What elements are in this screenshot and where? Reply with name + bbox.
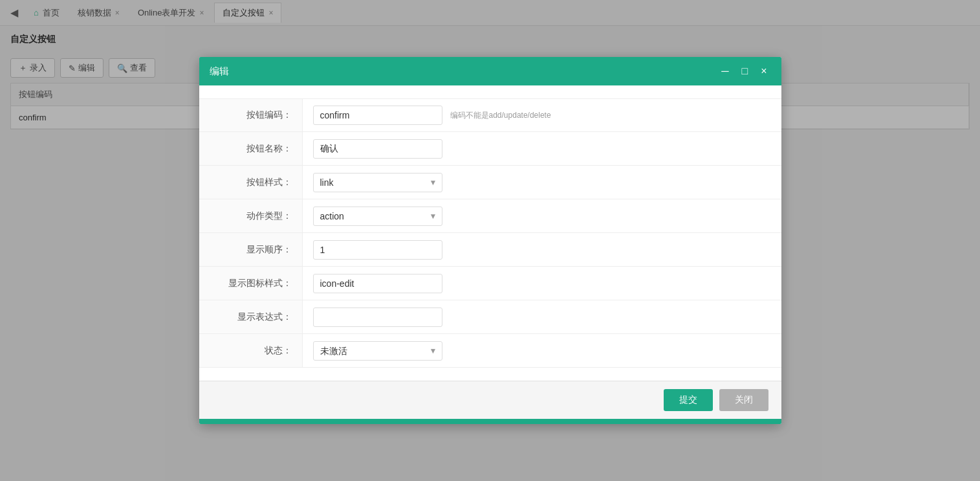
action-field: action js url ▼ bbox=[303, 200, 781, 232]
form-row-name: 按钮名称： bbox=[199, 132, 781, 166]
name-field bbox=[303, 133, 781, 165]
action-select[interactable]: action js url bbox=[313, 207, 442, 226]
modal-minimize-button[interactable]: ─ bbox=[717, 65, 732, 78]
edit-modal: 编辑 ─ □ × 按钮编码： 编码不能是add/update/delete 按钮… bbox=[199, 57, 781, 424]
modal-header-actions: ─ □ × bbox=[717, 65, 770, 78]
form-row-order: 显示顺序： bbox=[199, 233, 781, 267]
status-field: 未激活 激活 ▼ bbox=[303, 335, 781, 367]
form-row-status: 状态： 未激活 激活 ▼ bbox=[199, 334, 781, 368]
style-field: link button primary ▼ bbox=[303, 166, 781, 199]
modal-maximize-button[interactable]: □ bbox=[737, 65, 752, 78]
code-field: 编码不能是add/update/delete bbox=[303, 99, 781, 131]
icon-input[interactable] bbox=[313, 274, 442, 293]
code-label: 按钮编码： bbox=[199, 99, 303, 131]
order-field bbox=[303, 234, 781, 266]
icon-label: 显示图标样式： bbox=[199, 267, 303, 300]
expr-field bbox=[303, 301, 781, 333]
style-select-wrap: link button primary ▼ bbox=[313, 173, 442, 192]
modal-title: 编辑 bbox=[210, 65, 229, 78]
order-label: 显示顺序： bbox=[199, 233, 303, 266]
form-row-style: 按钮样式： link button primary ▼ bbox=[199, 166, 781, 199]
modal-header: 编辑 ─ □ × bbox=[199, 57, 781, 85]
status-select[interactable]: 未激活 激活 bbox=[313, 341, 442, 361]
modal-close-button[interactable]: × bbox=[757, 65, 770, 78]
name-input[interactable] bbox=[313, 139, 442, 159]
form-row-icon: 显示图标样式： bbox=[199, 267, 781, 300]
modal-footer: 提交 关闭 bbox=[199, 381, 781, 419]
form-row-action: 动作类型： action js url ▼ bbox=[199, 199, 781, 233]
style-label: 按钮样式： bbox=[199, 166, 303, 199]
modal-body: 按钮编码： 编码不能是add/update/delete 按钮名称： 按钮样式： bbox=[199, 85, 781, 381]
action-select-wrap: action js url ▼ bbox=[313, 207, 442, 226]
expr-input[interactable] bbox=[313, 308, 442, 327]
modal-overlay: 编辑 ─ □ × 按钮编码： 编码不能是add/update/delete 按钮… bbox=[0, 0, 980, 481]
close-button[interactable]: 关闭 bbox=[719, 389, 768, 411]
code-input[interactable] bbox=[313, 106, 442, 125]
code-hint: 编码不能是add/update/delete bbox=[450, 110, 551, 121]
order-input[interactable] bbox=[313, 240, 442, 260]
submit-button[interactable]: 提交 bbox=[664, 389, 713, 411]
status-label: 状态： bbox=[199, 334, 303, 367]
form-row-expr: 显示表达式： bbox=[199, 300, 781, 334]
form-row-code: 按钮编码： 编码不能是add/update/delete bbox=[199, 98, 781, 132]
expr-label: 显示表达式： bbox=[199, 300, 303, 333]
style-select[interactable]: link button primary bbox=[313, 173, 442, 192]
modal-bottom-bar bbox=[199, 419, 781, 424]
action-label: 动作类型： bbox=[199, 199, 303, 232]
name-label: 按钮名称： bbox=[199, 132, 303, 165]
status-select-wrap: 未激活 激活 ▼ bbox=[313, 341, 442, 361]
icon-field bbox=[303, 267, 781, 300]
